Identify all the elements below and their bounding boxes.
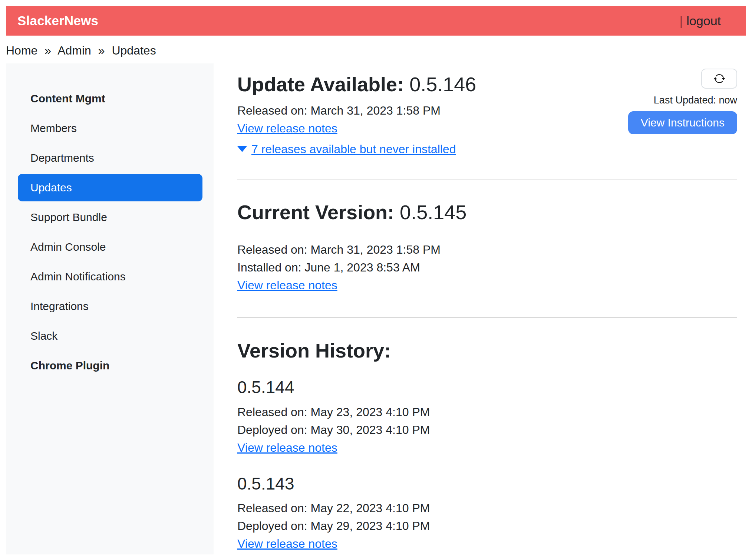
current-released-on: Released on: March 31, 2023 1:58 PM [237, 241, 737, 258]
history-release-notes-link[interactable]: View release notes [237, 441, 337, 454]
caret-down-icon[interactable] [237, 146, 247, 152]
current-version-heading: Current Version: 0.5.145 [237, 200, 737, 224]
page: SlackerNews |logout Home » Admin » Updat… [0, 0, 752, 560]
brand-title[interactable]: SlackerNews [17, 13, 98, 28]
logout-link[interactable]: logout [686, 14, 721, 28]
version-history-heading: Version History: [237, 339, 737, 363]
sidebar-item-updates[interactable]: Updates [18, 174, 202, 201]
view-instructions-button[interactable]: View Instructions [628, 111, 737, 134]
update-check-widget: Last Updated: now View Instructions [628, 69, 737, 134]
refresh-button[interactable] [701, 69, 737, 89]
history-version-number: 0.5.143 [237, 474, 737, 494]
sidebar-item-chrome-plugin[interactable]: Chrome Plugin [18, 352, 202, 379]
logout-area: |logout [680, 14, 721, 28]
history-release-notes-link[interactable]: View release notes [237, 537, 337, 550]
update-available-label: Update Available: [237, 73, 404, 95]
breadcrumb-separator: » [98, 44, 105, 57]
history-version-number: 0.5.144 [237, 377, 737, 398]
version-history-entry: 0.5.143 Released on: May 22, 2023 4:10 P… [237, 474, 737, 555]
sidebar-item-admin-console[interactable]: Admin Console [18, 233, 202, 261]
logout-separator: | [680, 14, 683, 28]
updates-main-panel: Last Updated: now View Instructions Upda… [237, 63, 746, 555]
admin-sidebar: Content Mgmt Members Departments Updates… [6, 63, 214, 554]
breadcrumb-current: Updates [112, 44, 156, 57]
current-version-label: Current Version: [237, 201, 394, 223]
sidebar-item-departments[interactable]: Departments [18, 144, 202, 172]
sidebar-item-admin-notifications[interactable]: Admin Notifications [18, 263, 202, 290]
version-history-section: Version History: 0.5.144 Released on: Ma… [237, 339, 737, 555]
section-divider [237, 179, 737, 179]
history-deployed-on: Deployed on: May 30, 2023 4:10 PM [237, 421, 737, 439]
sidebar-item-content-mgmt[interactable]: Content Mgmt [18, 85, 202, 112]
breadcrumb-home[interactable]: Home [6, 44, 37, 57]
history-released-on: Released on: May 23, 2023 4:10 PM [237, 403, 737, 421]
section-divider [237, 317, 737, 318]
current-version-number: 0.5.145 [400, 201, 466, 223]
refresh-icon [713, 73, 725, 85]
history-released-on: Released on: May 22, 2023 4:10 PM [237, 499, 737, 517]
history-deployed-on: Deployed on: May 29, 2023 4:10 PM [237, 517, 737, 535]
current-installed-on: Installed on: June 1, 2023 8:53 AM [237, 258, 737, 276]
update-release-notes-link[interactable]: View release notes [237, 122, 337, 135]
version-history-entry: 0.5.144 Released on: May 23, 2023 4:10 P… [237, 377, 737, 458]
breadcrumb-admin[interactable]: Admin [57, 44, 91, 57]
update-available-version: 0.5.146 [409, 73, 476, 95]
sidebar-item-integrations[interactable]: Integrations [18, 293, 202, 320]
sidebar-item-slack[interactable]: Slack [18, 322, 202, 350]
content-layout: Content Mgmt Members Departments Updates… [6, 63, 746, 555]
breadcrumb: Home » Admin » Updates [6, 36, 746, 63]
releases-toggle-link[interactable]: 7 releases available but never installed [251, 140, 456, 158]
breadcrumb-separator: » [44, 44, 51, 57]
sidebar-item-support-bundle[interactable]: Support Bundle [18, 204, 202, 231]
sidebar-item-members[interactable]: Members [18, 115, 202, 142]
releases-toggle-row: 7 releases available but never installed [237, 140, 737, 158]
version-history-label: Version History: [237, 339, 391, 362]
current-release-notes-link[interactable]: View release notes [237, 279, 337, 292]
last-updated-text: Last Updated: now [654, 95, 737, 106]
top-header-bar: SlackerNews |logout [6, 6, 746, 36]
current-version-section: Current Version: 0.5.145 Released on: Ma… [237, 200, 737, 296]
